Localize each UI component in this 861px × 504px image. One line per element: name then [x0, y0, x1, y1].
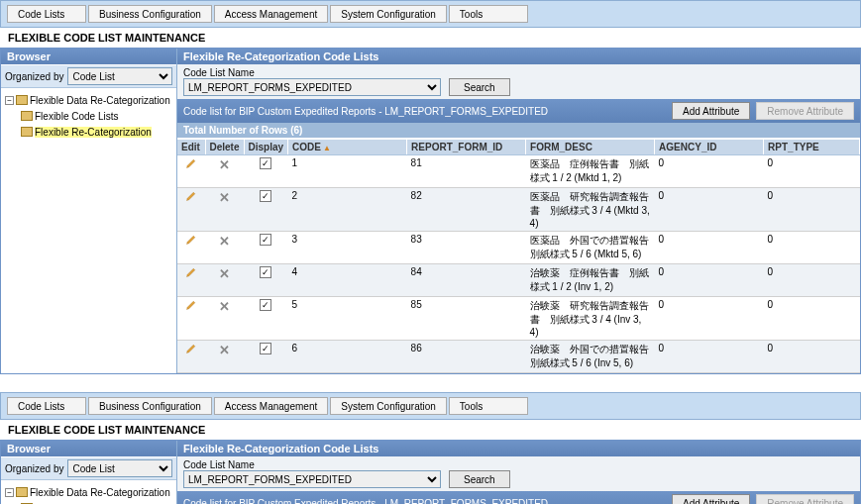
delete-icon[interactable]: ✕: [209, 190, 240, 205]
organized-by-label: Organized by: [5, 71, 63, 82]
organized-by-select[interactable]: Code List: [67, 459, 172, 477]
bottom-screenshot: Code Lists Business Configuration Access…: [0, 392, 861, 504]
tab-business-config[interactable]: Business Configuration: [88, 397, 212, 415]
display-checkbox[interactable]: ✓: [260, 299, 271, 311]
col-display: Display: [244, 139, 288, 155]
delete-icon[interactable]: ✕: [209, 299, 240, 314]
col-rpt-type[interactable]: RPT_TYPE: [764, 139, 860, 155]
remove-attribute-button: Remove Attribute: [756, 102, 854, 120]
code-list-name-label: Code List Name: [183, 459, 441, 470]
table-row: ✕✓484治験薬 症例報告書 別紙様式 1 / 2 (Inv 1, 2)00: [177, 264, 860, 297]
tree-label-selected: Flexible Re-Categorization: [35, 127, 152, 138]
add-attribute-button[interactable]: Add Attribute: [672, 494, 750, 504]
search-row: Code List Name LM_REPORT_FORMS_EXPEDITED…: [177, 456, 860, 491]
tab-system-config[interactable]: System Configuration: [330, 397, 447, 415]
code-list-name-select[interactable]: LM_REPORT_FORMS_EXPEDITED: [183, 78, 441, 96]
col-delete: Delete: [205, 139, 244, 155]
tabbar: Code Lists Business Configuration Access…: [0, 392, 861, 420]
folder-icon: [21, 111, 33, 121]
delete-icon[interactable]: ✕: [209, 157, 240, 172]
display-checkbox[interactable]: ✓: [260, 157, 271, 169]
rows-count: Total Number of Rows (6): [177, 123, 860, 138]
table-row: ✕✓585治験薬 研究報告調査報告書 別紙様式 3 / 4 (Inv 3, 4)…: [177, 297, 860, 341]
cell-code: 5: [288, 297, 407, 341]
tree-node-recat[interactable]: Flexible Re-Categorization: [5, 124, 172, 140]
edit-icon[interactable]: [181, 266, 201, 278]
page-title: FLEXIBLE CODE LIST MAINTENANCE: [0, 28, 861, 48]
top-screenshot: Code Lists Business Configuration Access…: [0, 0, 861, 374]
tab-access-mgmt[interactable]: Access Management: [214, 5, 328, 23]
display-checkbox[interactable]: ✓: [260, 343, 271, 354]
table-row: ✕✓181医薬品 症例報告書 別紙様式 1 / 2 (Mktd 1, 2)00: [177, 155, 860, 188]
col-report-form-id[interactable]: REPORT_FORM_ID: [407, 139, 526, 155]
cell-agency: 0: [655, 188, 764, 232]
cell-rfid: 86: [407, 341, 526, 373]
cell-rtype: 0: [764, 188, 860, 232]
folder-icon: [21, 127, 33, 137]
cell-fdesc: 医薬品 研究報告調査報告書 別紙様式 3 / 4 (Mktd 3, 4): [526, 188, 655, 232]
display-checkbox[interactable]: ✓: [260, 266, 271, 278]
cell-fdesc: 治験薬 症例報告書 別紙様式 1 / 2 (Inv 1, 2): [526, 264, 655, 297]
tab-access-mgmt[interactable]: Access Management: [214, 397, 328, 415]
remove-attribute-button: Remove Attribute: [756, 494, 854, 504]
add-attribute-button[interactable]: Add Attribute: [672, 102, 750, 120]
tree: − Flexible Data Re-Categorization Flexib…: [1, 480, 176, 504]
code-list-name-select[interactable]: LM_REPORT_FORMS_EXPEDITED: [183, 470, 441, 488]
flex-recat-header: Flexible Re-Categorization Code Lists: [177, 441, 860, 456]
organized-by-row: Organized by Code List: [1, 456, 176, 480]
browser-panel: Browser Organized by Code List − Flexibl…: [1, 441, 177, 504]
tree-root[interactable]: − Flexible Data Re-Categorization: [5, 92, 172, 108]
edit-icon[interactable]: [181, 190, 201, 202]
cell-rtype: 0: [764, 341, 860, 373]
minus-icon[interactable]: −: [5, 96, 14, 105]
flex-recat-header: Flexible Re-Categorization Code Lists: [177, 49, 860, 64]
detail-title: Code list for BIP Custom Expedited Repor…: [183, 106, 548, 117]
grid-a: Edit Delete Display CODE▲ REPORT_FORM_ID…: [177, 138, 860, 373]
col-code[interactable]: CODE▲: [288, 139, 407, 155]
tab-system-config[interactable]: System Configuration: [330, 5, 447, 23]
delete-icon[interactable]: ✕: [209, 343, 240, 357]
cell-agency: 0: [655, 232, 764, 264]
folder-icon: [16, 487, 28, 497]
search-row: Code List Name LM_REPORT_FORMS_EXPEDITED…: [177, 64, 860, 99]
table-row: ✕✓282医薬品 研究報告調査報告書 別紙様式 3 / 4 (Mktd 3, 4…: [177, 188, 860, 232]
cell-fdesc: 治験薬 研究報告調査報告書 別紙様式 3 / 4 (Inv 3, 4): [526, 297, 655, 341]
code-list-name-label: Code List Name: [183, 67, 441, 78]
organized-by-select[interactable]: Code List: [67, 67, 172, 85]
cell-code: 6: [288, 341, 407, 373]
search-button[interactable]: Search: [449, 78, 510, 96]
tab-business-config[interactable]: Business Configuration: [88, 5, 212, 23]
sort-asc-icon: ▲: [323, 144, 331, 152]
delete-icon[interactable]: ✕: [209, 234, 240, 249]
browser-header: Browser: [1, 49, 176, 64]
edit-icon[interactable]: [181, 299, 201, 311]
tree-root[interactable]: − Flexible Data Re-Categorization: [5, 484, 172, 500]
tab-code-lists[interactable]: Code Lists: [7, 397, 86, 415]
tab-tools[interactable]: Tools: [449, 397, 528, 415]
tree-node-code-lists[interactable]: Flexible Code Lists: [5, 108, 172, 124]
display-checkbox[interactable]: ✓: [260, 190, 271, 202]
tab-tools[interactable]: Tools: [449, 5, 528, 23]
tree-node-code-lists[interactable]: Flexible Code Lists: [5, 500, 172, 504]
tab-code-lists[interactable]: Code Lists: [7, 5, 86, 23]
folder-icon: [16, 95, 28, 105]
tabbar: Code Lists Business Configuration Access…: [0, 0, 861, 28]
col-form-desc[interactable]: FORM_DESC: [526, 139, 655, 155]
display-checkbox[interactable]: ✓: [260, 234, 271, 246]
cell-code: 4: [288, 264, 407, 297]
col-agency-id[interactable]: AGENCY_ID: [655, 139, 764, 155]
cell-rtype: 0: [764, 264, 860, 297]
detail-header: Code list for BIP Custom Expedited Repor…: [177, 491, 860, 504]
minus-icon[interactable]: −: [5, 488, 14, 497]
cell-agency: 0: [655, 297, 764, 341]
edit-icon[interactable]: [181, 234, 201, 246]
search-button[interactable]: Search: [449, 470, 510, 488]
main-panel-a: Flexible Re-Categorization Code Lists Co…: [177, 49, 860, 373]
organized-by-row: Organized by Code List: [1, 64, 176, 88]
edit-icon[interactable]: [181, 343, 201, 354]
delete-icon[interactable]: ✕: [209, 266, 240, 281]
cell-agency: 0: [655, 264, 764, 297]
edit-icon[interactable]: [181, 157, 201, 169]
organized-by-label: Organized by: [5, 463, 63, 474]
cell-rtype: 0: [764, 155, 860, 188]
